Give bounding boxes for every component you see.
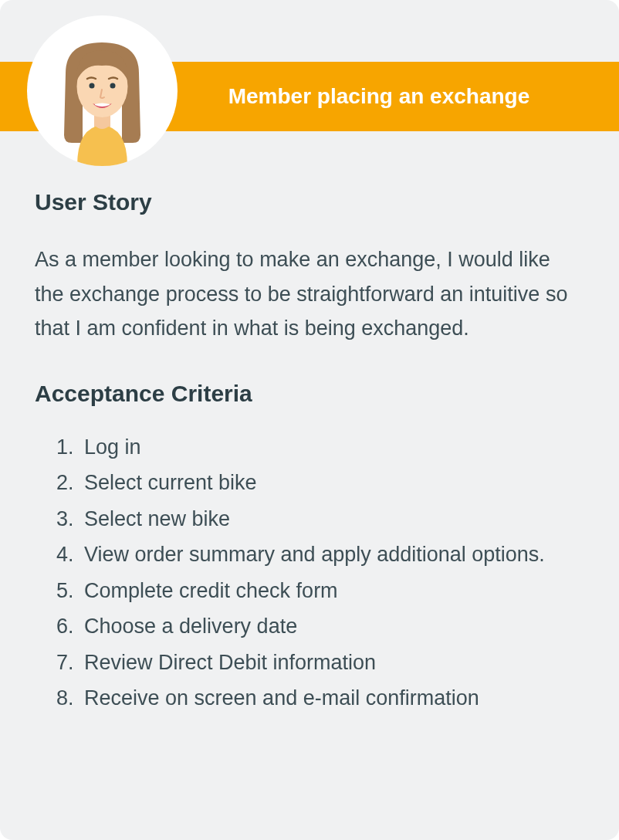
svg-point-3	[110, 83, 116, 89]
acceptance-criteria-heading: Acceptance Criteria	[35, 381, 584, 407]
list-item: Select new bike	[79, 502, 584, 537]
list-item: Receive on screen and e-mail confirmatio…	[79, 681, 584, 716]
user-story-card: Member placing an exchange	[0, 0, 619, 840]
content-area: User Story As a member looking to make a…	[35, 189, 584, 717]
person-avatar-icon	[39, 31, 166, 166]
header-title: Member placing an exchange	[228, 84, 530, 109]
list-item: Log in	[79, 430, 584, 465]
list-item: Choose a delivery date	[79, 609, 584, 644]
acceptance-criteria-list: Log in Select current bike Select new bi…	[35, 430, 584, 716]
user-story-text: As a member looking to make an exchange,…	[35, 242, 584, 346]
svg-point-2	[90, 83, 95, 89]
avatar	[27, 15, 178, 166]
user-story-heading: User Story	[35, 189, 584, 215]
list-item: Select current bike	[79, 466, 584, 500]
list-item: View order summary and apply additional …	[79, 537, 584, 572]
list-item: Complete credit check form	[79, 574, 584, 608]
list-item: Review Direct Debit information	[79, 645, 584, 680]
